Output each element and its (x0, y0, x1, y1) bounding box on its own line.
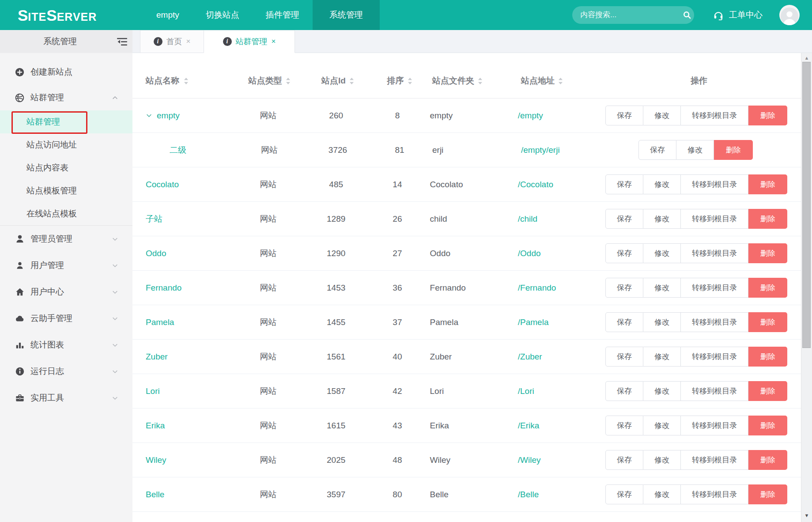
sidebar-item-statistics-charts[interactable]: 统计图表 (0, 332, 132, 358)
save-button[interactable]: 保存 (605, 209, 643, 229)
site-name-link[interactable]: Cocolato (146, 180, 179, 189)
delete-button[interactable]: 删除 (748, 312, 787, 332)
sidebar-item-user-management[interactable]: 用户管理 (0, 252, 132, 279)
site-name-link[interactable]: Oddo (146, 249, 166, 258)
move-to-root-button[interactable]: 转移到根目录 (681, 174, 748, 194)
move-to-root-button[interactable]: 转移到根目录 (681, 278, 748, 298)
move-to-root-button[interactable]: 转移到根目录 (681, 312, 748, 332)
column-header-site-name[interactable]: 站点名称 (132, 75, 243, 87)
column-header-site-folder[interactable]: 站点文件夹 (419, 75, 521, 87)
delete-button[interactable]: 删除 (748, 106, 787, 125)
nav-item-plugin-management[interactable]: 插件管理 (253, 0, 313, 30)
site-url-link[interactable]: /Erika (518, 421, 540, 431)
sidebar-subitem-site-access-url[interactable]: 站点访问地址 (0, 133, 132, 156)
move-to-root-button[interactable]: 转移到根目录 (681, 381, 748, 401)
tab-site-group-management[interactable]: i 站群管理 × (204, 30, 295, 53)
column-header-site-id[interactable]: 站点Id (296, 75, 380, 87)
sidebar-item-admin-management[interactable]: 管理员管理 (0, 226, 132, 252)
site-url-link[interactable]: /Cocolato (518, 180, 553, 189)
delete-button[interactable]: 删除 (748, 450, 787, 470)
nav-item-empty[interactable]: empty (143, 0, 193, 30)
expand-caret-icon[interactable] (146, 112, 152, 119)
modify-button[interactable]: 修改 (676, 140, 714, 160)
modify-button[interactable]: 修改 (643, 347, 681, 367)
site-url-link[interactable]: /Lori (518, 386, 534, 396)
delete-button[interactable]: 删除 (748, 381, 787, 401)
scroll-down-icon[interactable]: ▼ (801, 513, 812, 518)
site-url-link[interactable]: /empty (518, 111, 543, 121)
save-button[interactable]: 保存 (605, 106, 643, 125)
site-name-link[interactable]: 二级 (170, 144, 186, 156)
move-to-root-button[interactable]: 转移到根目录 (681, 347, 748, 367)
move-to-root-button[interactable]: 转移到根目录 (681, 243, 748, 263)
scroll-up-icon[interactable]: ▲ (801, 55, 812, 61)
search-input[interactable] (579, 10, 679, 20)
search-icon[interactable] (682, 10, 692, 20)
modify-button[interactable]: 修改 (643, 484, 681, 504)
sidebar-subitem-site-template-management[interactable]: 站点模板管理 (0, 179, 132, 202)
delete-button[interactable]: 删除 (748, 243, 787, 263)
save-button[interactable]: 保存 (605, 347, 643, 367)
avatar[interactable] (779, 5, 800, 25)
delete-button[interactable]: 删除 (748, 347, 787, 367)
site-name-link[interactable]: Wiley (146, 455, 166, 465)
sort-icon[interactable] (558, 77, 563, 85)
column-header-site-type[interactable]: 站点类型 (243, 75, 296, 87)
site-name-link[interactable]: Lori (146, 386, 160, 396)
move-to-root-button[interactable]: 转移到根目录 (681, 450, 748, 470)
modify-button[interactable]: 修改 (643, 278, 681, 298)
move-to-root-button[interactable]: 转移到根目录 (681, 209, 748, 229)
site-url-link[interactable]: /Oddo (518, 249, 541, 258)
delete-button[interactable]: 删除 (748, 174, 787, 194)
sidebar-item-run-logs[interactable]: 运行日志 (0, 358, 132, 385)
sidebar-subitem-online-site-templates[interactable]: 在线站点模板 (0, 202, 132, 225)
site-name-link[interactable]: Pamela (146, 318, 174, 327)
modify-button[interactable]: 修改 (643, 174, 681, 194)
sidebar-item-create-site[interactable]: 创建新站点 (0, 59, 132, 85)
modify-button[interactable]: 修改 (643, 416, 681, 435)
modify-button[interactable]: 修改 (643, 381, 681, 401)
sidebar-subitem-site-content-tables[interactable]: 站点内容表 (0, 156, 132, 179)
delete-button[interactable]: 删除 (714, 140, 753, 160)
sidebar-item-cloud-assistant[interactable]: 云助手管理 (0, 305, 132, 332)
site-url-link[interactable]: /child (518, 214, 537, 224)
close-icon[interactable]: × (272, 37, 276, 46)
modify-button[interactable]: 修改 (643, 243, 681, 263)
sort-icon[interactable] (478, 77, 483, 85)
site-name-link[interactable]: empty (157, 111, 180, 121)
site-name-link[interactable]: Belle (146, 490, 164, 499)
site-url-link[interactable]: /Wiley (518, 455, 541, 465)
sidebar-subitem-site-group-management[interactable]: 站群管理 (0, 110, 132, 133)
delete-button[interactable]: 删除 (748, 278, 787, 298)
nav-item-switch-site[interactable]: 切换站点 (193, 0, 253, 30)
delete-button[interactable]: 删除 (748, 416, 787, 435)
sidebar-item-utilities[interactable]: 实用工具 (0, 385, 132, 411)
site-url-link[interactable]: /empty/erji (521, 145, 560, 155)
site-name-link[interactable]: Erika (146, 421, 165, 431)
save-button[interactable]: 保存 (605, 450, 643, 470)
sidebar-item-user-center[interactable]: 用户中心 (0, 279, 132, 305)
sort-icon[interactable] (349, 77, 354, 85)
site-name-link[interactable]: Fernando (146, 283, 181, 293)
close-icon[interactable]: × (186, 37, 191, 46)
save-button[interactable]: 保存 (605, 381, 643, 401)
save-button[interactable]: 保存 (605, 312, 643, 332)
column-header-sort-order[interactable]: 排序 (380, 75, 419, 87)
move-to-root-button[interactable]: 转移到根目录 (681, 484, 748, 504)
sort-icon[interactable] (408, 77, 412, 85)
sort-icon[interactable] (286, 77, 291, 85)
modify-button[interactable]: 修改 (643, 312, 681, 332)
save-button[interactable]: 保存 (605, 243, 643, 263)
site-url-link[interactable]: /Belle (518, 490, 539, 499)
site-name-link[interactable]: Zuber (146, 352, 168, 362)
site-url-link[interactable]: /Zuber (518, 352, 542, 362)
save-button[interactable]: 保存 (605, 174, 643, 194)
delete-button[interactable]: 删除 (748, 209, 787, 229)
modify-button[interactable]: 修改 (643, 106, 681, 125)
scrollbar-thumb[interactable] (802, 62, 811, 348)
site-name-link[interactable]: 子站 (146, 213, 162, 225)
tab-home[interactable]: i 首页 × (140, 30, 204, 53)
nav-item-system-management[interactable]: 系统管理 (313, 0, 380, 30)
save-button[interactable]: 保存 (605, 484, 643, 504)
ticket-center-button[interactable]: 工单中心 (713, 9, 763, 21)
